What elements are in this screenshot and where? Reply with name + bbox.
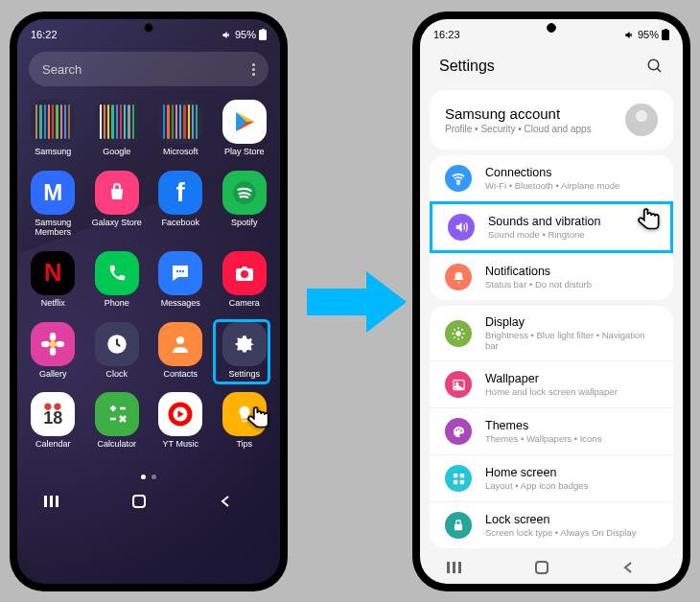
- app-label: Tips: [236, 440, 252, 450]
- row-sub: Brightness • Blue light filter • Navigat…: [485, 330, 658, 351]
- samsung-account-card[interactable]: Samsung account Profile • Security • Clo…: [430, 90, 673, 150]
- app-label: Google: [103, 148, 130, 157]
- account-title: Samsung account: [445, 105, 592, 122]
- search-bar[interactable]: Search: [29, 52, 268, 86]
- settings-row-notifications[interactable]: NotificationsStatus bar • Do not disturb: [430, 253, 673, 300]
- phone-frame-right: 16:23 95% Settings Samsung account Profi…: [412, 12, 690, 591]
- camera-hole: [144, 23, 153, 33]
- app-label: Gallery: [39, 370, 67, 380]
- search-placeholder: Search: [42, 62, 82, 77]
- app-spotify[interactable]: Spotify: [216, 171, 273, 238]
- phone-frame-left: 16:22 95% Search SamsungGoogleMicrosoftP…: [10, 12, 288, 591]
- app-clock[interactable]: Clock: [88, 322, 146, 380]
- app-label: Samsung: [35, 148, 71, 157]
- svg-point-25: [457, 428, 459, 429]
- app-calculator[interactable]: Calculator: [88, 392, 146, 450]
- cursor-hand-icon: [245, 403, 277, 435]
- battery-percent: 95%: [235, 29, 256, 40]
- svg-rect-15: [44, 496, 47, 507]
- mute-icon: [624, 30, 635, 40]
- settings-row-lockscreen[interactable]: Lock screenScreen lock type • Always On …: [430, 501, 673, 548]
- home-button[interactable]: [131, 494, 166, 509]
- app-yt-music[interactable]: YT Music: [152, 392, 209, 450]
- app-label: Netflix: [41, 299, 65, 309]
- svg-point-10: [57, 340, 65, 347]
- app-camera[interactable]: Camera: [216, 251, 273, 309]
- app-label: Settings: [228, 370, 260, 380]
- app-contacts[interactable]: Contacts: [152, 322, 209, 380]
- back-button[interactable]: [621, 561, 656, 574]
- svg-rect-16: [50, 496, 53, 507]
- app-galaxy-store[interactable]: Galaxy Store: [88, 171, 146, 238]
- clock-icon: [95, 322, 139, 366]
- settings-row-homescreen[interactable]: Home screenLayout • App icon badges: [430, 454, 673, 501]
- home-button[interactable]: [534, 560, 569, 575]
- app-label: Spotify: [231, 219, 258, 228]
- app-phone[interactable]: Phone: [88, 251, 146, 309]
- svg-point-7: [50, 333, 57, 341]
- arrow-icon: [299, 264, 414, 340]
- row-sub: Status bar • Do not disturb: [485, 279, 592, 289]
- more-icon[interactable]: [252, 63, 255, 76]
- row-sub: Home and lock screen wallpaper: [485, 386, 618, 397]
- battery-icon: [662, 30, 669, 40]
- settings-row-connections[interactable]: ConnectionsWi-Fi • Bluetooth • Airplane …: [430, 155, 673, 201]
- app-netflix[interactable]: NNetflix: [24, 251, 82, 309]
- msg-icon: [158, 251, 202, 295]
- app-play-store[interactable]: Play Store: [216, 100, 273, 157]
- settings-group: DisplayBrightness • Blue light filter • …: [430, 306, 673, 548]
- mute-icon: [222, 30, 232, 40]
- svg-point-12: [176, 336, 184, 344]
- play-icon: [222, 100, 267, 144]
- app-messages[interactable]: Messages: [152, 251, 209, 309]
- app-facebook[interactable]: fFacebook: [152, 171, 209, 238]
- app-samsung-members[interactable]: MSamsung Members: [24, 171, 82, 238]
- app-google[interactable]: Google: [88, 100, 146, 157]
- settings-row-wallpaper[interactable]: WallpaperHome and lock screen wallpaper: [430, 360, 673, 407]
- row-title: Themes: [485, 419, 601, 432]
- app-samsung[interactable]: Samsung: [24, 100, 82, 157]
- phone-icon: [95, 251, 139, 295]
- search-icon[interactable]: [646, 58, 664, 75]
- svg-point-21: [455, 331, 460, 336]
- row-title: Wallpaper: [485, 372, 618, 385]
- app-label: Samsung Members: [24, 219, 82, 238]
- svg-rect-30: [459, 479, 463, 483]
- row-title: Notifications: [485, 265, 592, 278]
- cursor-hand-icon: [635, 204, 667, 237]
- M-icon: M: [31, 171, 75, 215]
- avatar: [625, 104, 658, 136]
- battery-icon: [259, 30, 267, 40]
- svg-rect-27: [453, 473, 456, 476]
- back-button[interactable]: [219, 495, 253, 508]
- svg-rect-28: [459, 473, 463, 476]
- settings-row-display[interactable]: DisplayBrightness • Blue light filter • …: [430, 306, 673, 360]
- app-settings[interactable]: Settings: [216, 322, 273, 380]
- svg-rect-33: [453, 562, 455, 573]
- row-title: Display: [485, 315, 658, 329]
- svg-point-2: [179, 269, 181, 271]
- app-calendar[interactable]: ⬤ ⬤18Calendar: [24, 392, 82, 450]
- app-microsoft[interactable]: Microsoft: [152, 100, 209, 157]
- row-sub: Themes • Wallpapers • Icons: [485, 433, 601, 444]
- page-title: Settings: [439, 58, 495, 75]
- row-title: Sounds and vibration: [488, 215, 600, 228]
- app-gallery[interactable]: Gallery: [24, 322, 82, 380]
- f-icon: f: [158, 171, 202, 215]
- svg-rect-31: [455, 524, 462, 530]
- N-icon: N: [31, 251, 75, 295]
- app-drawer-screen: 16:22 95% Search SamsungGoogleMicrosoftP…: [17, 19, 280, 584]
- settings-row-themes[interactable]: ThemesThemes • Wallpapers • Icons: [430, 407, 673, 454]
- settings-screen: 16:23 95% Settings Samsung account Profi…: [420, 19, 683, 584]
- app-label: Messages: [161, 299, 200, 309]
- svg-point-5: [241, 270, 248, 278]
- recents-button[interactable]: [447, 561, 481, 574]
- sun-icon: [445, 320, 472, 347]
- svg-point-24: [455, 428, 457, 430]
- svg-point-3: [182, 269, 184, 271]
- status-time: 16:23: [433, 29, 460, 40]
- app-label: Facebook: [161, 219, 199, 228]
- recents-button[interactable]: [44, 495, 79, 508]
- bag-icon: [95, 171, 139, 215]
- bell-icon: [445, 264, 472, 290]
